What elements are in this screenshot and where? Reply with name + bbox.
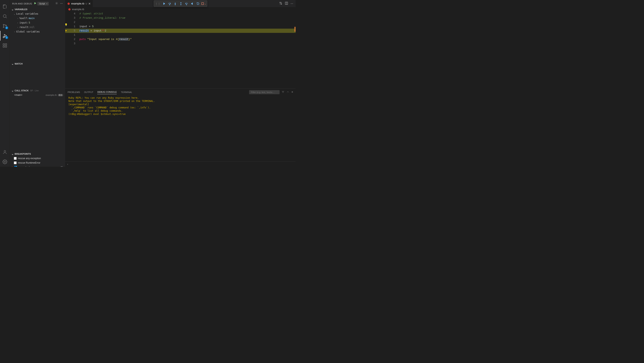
editor-line: 2: [65, 20, 296, 24]
debug-sidebar: RUN AND DEBUG Script ⋯ VARIABLES ⌄Local …: [10, 0, 65, 167]
tab-status: U: [86, 2, 87, 5]
activity-bar: 2 1: [0, 0, 10, 167]
code-editor[interactable]: 4 # typed: strict 3 # frozen_string_lite…: [65, 12, 296, 88]
watch-header[interactable]: WATCH: [10, 62, 65, 66]
breakpoint-row[interactable]: example.rb 5: [10, 165, 65, 167]
callstack-header[interactable]: CALL STACK BP - Line: [10, 88, 65, 93]
accounts-icon[interactable]: [0, 147, 10, 157]
close-icon[interactable]: ✕: [88, 2, 91, 5]
activity-bottom: [0, 147, 10, 167]
watch-panel: WATCH: [10, 62, 65, 88]
editor-line: 3: [65, 42, 296, 46]
variable-row[interactable]: ›result: nil: [10, 25, 65, 30]
gear-icon[interactable]: [55, 2, 58, 5]
debug-console-output[interactable]: Ruby REPL: You can run any Ruby expressi…: [65, 96, 296, 162]
svg-rect-7: [3, 46, 4, 47]
extensions-icon[interactable]: [0, 40, 10, 50]
svg-rect-6: [5, 44, 7, 45]
breakpoint-row[interactable]: rescue any exception: [10, 156, 65, 160]
svg-point-4: [3, 36, 4, 38]
panel-tabs: PROBLEMS OUTPUT DEBUG CONSOLE TERMINAL ✕: [65, 89, 296, 96]
start-debug-button[interactable]: [34, 2, 36, 5]
step-over-button[interactable]: [167, 1, 172, 6]
step-into-button[interactable]: [172, 1, 178, 6]
panel-tab-problems[interactable]: PROBLEMS: [68, 90, 80, 94]
stop-button[interactable]: ⌄: [201, 1, 206, 6]
svg-point-10: [4, 161, 6, 162]
clear-console-icon[interactable]: [286, 90, 289, 94]
reverse-button[interactable]: [190, 1, 195, 6]
svg-rect-5: [3, 44, 4, 45]
editor-line-current: 5 result = input**2: [65, 29, 296, 33]
variables-body: ⌄Local variables ›%self: main ›input: 5 …: [10, 12, 65, 62]
variables-header[interactable]: VARIABLES: [10, 7, 65, 12]
breakpoint-row[interactable]: rescue RuntimeError: [10, 160, 65, 165]
global-variables-group[interactable]: ›Global variables: [10, 30, 65, 34]
run-debug-icon[interactable]: 1: [0, 31, 10, 40]
callstack-info: BP - Line: [30, 90, 38, 92]
breadcrumb[interactable]: example.rb: [65, 7, 296, 12]
debug-toolbar[interactable]: ⋮⋮ ⌄: [154, 0, 207, 7]
explorer-icon[interactable]: [0, 2, 10, 11]
editor-line: 1 💡input = 5: [65, 24, 296, 29]
editor-tab[interactable]: example.rb U ✕: [65, 0, 93, 7]
svg-rect-8: [5, 46, 7, 47]
svg-rect-16: [202, 3, 204, 5]
breakpoint-checkbox[interactable]: [14, 157, 17, 160]
close-panel-icon[interactable]: ✕: [291, 91, 293, 94]
sidebar-title: RUN AND DEBUG: [12, 2, 32, 5]
bottom-panel: PROBLEMS OUTPUT DEBUG CONSOLE TERMINAL ✕…: [65, 88, 296, 167]
svg-point-13: [175, 4, 176, 5]
breakpoints-panel: BREAKPOINTS rescue any exception rescue …: [10, 152, 65, 167]
breakpoint-checkbox[interactable]: [14, 162, 17, 164]
tab-actions: ⋯: [279, 0, 296, 7]
step-out-button[interactable]: [178, 1, 184, 6]
continue-button[interactable]: [161, 1, 166, 6]
callstack-body: <main> example.rb 5:1: [10, 93, 65, 152]
restart-button[interactable]: [195, 1, 200, 6]
filter-input[interactable]: [249, 90, 280, 94]
repl-input-row[interactable]: ›: [65, 162, 296, 167]
config-dropdown[interactable]: Script: [37, 2, 49, 6]
search-icon[interactable]: [0, 11, 10, 21]
callstack-panel: CALL STACK BP - Line <main> example.rb 5…: [10, 88, 65, 152]
sidebar-actions: ⋯: [55, 2, 63, 5]
more-icon[interactable]: ⋯: [290, 2, 293, 5]
watch-body: [10, 66, 65, 88]
repl-prompt-icon: ›: [67, 162, 68, 166]
stack-frame[interactable]: <main> example.rb 5:1: [10, 93, 65, 97]
drag-grip-icon[interactable]: ⋮⋮: [155, 2, 161, 5]
variable-row[interactable]: ›%self: main: [10, 16, 65, 20]
settings-gear-icon[interactable]: [0, 157, 10, 167]
breakpoint-checkbox[interactable]: [14, 166, 17, 167]
main-area: example.rb U ✕ ⋮⋮ ⌄ ⋯: [65, 0, 296, 167]
svg-point-11: [56, 3, 57, 4]
source-control-icon[interactable]: 2: [0, 21, 10, 31]
panel-tab-debug-console[interactable]: DEBUG CONSOLE: [97, 90, 117, 94]
editor-line: 2 puts "Input squared is #{result}": [65, 37, 296, 42]
svg-point-0: [3, 14, 6, 18]
local-variables-group[interactable]: ⌄Local variables: [10, 12, 65, 16]
editor-line: 3 # frozen_string_literal: true: [65, 16, 296, 20]
filter-settings-icon[interactable]: [282, 90, 284, 94]
panel-actions: ✕: [249, 90, 293, 94]
svg-point-15: [186, 4, 187, 5]
panel-tab-terminal[interactable]: TERMINAL: [121, 90, 132, 94]
minimap-indicator: [294, 27, 296, 32]
breakpoints-header[interactable]: BREAKPOINTS: [10, 152, 65, 156]
debug-badge: 1: [5, 36, 8, 39]
svg-point-2: [3, 27, 4, 28]
svg-point-9: [4, 150, 6, 152]
ruby-icon: [68, 8, 71, 11]
tab-bar: example.rb U ✕ ⋮⋮ ⌄ ⋯: [65, 0, 296, 7]
editor-line: 4 # typed: strict: [65, 12, 296, 16]
sidebar-header: RUN AND DEBUG Script ⋯: [10, 0, 65, 7]
breakpoints-body: rescue any exception rescue RuntimeError…: [10, 156, 65, 167]
ellipsis-icon[interactable]: ⋯: [60, 2, 63, 5]
compare-icon[interactable]: [279, 2, 282, 6]
variable-row[interactable]: ›input: 5: [10, 20, 65, 25]
panel-tab-output[interactable]: OUTPUT: [84, 90, 93, 94]
step-back-button[interactable]: [184, 1, 189, 6]
split-editor-icon[interactable]: [285, 2, 288, 6]
lightbulb-icon[interactable]: 💡: [65, 23, 68, 27]
